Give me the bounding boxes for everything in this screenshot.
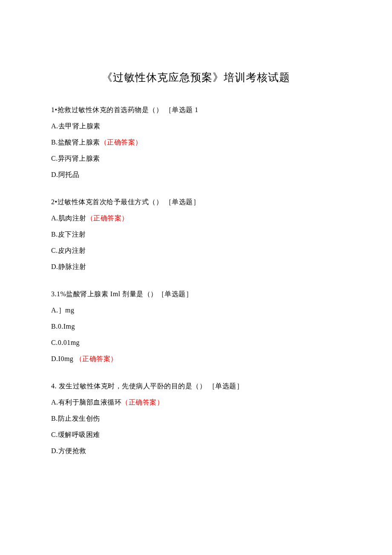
question-block-3: 3.1%盐酸肾上腺素 Iml 剂量是（）［单选题］ A.］mg B.0.Img …	[51, 289, 341, 364]
option-b: B.皮下注射	[51, 229, 341, 240]
question-block-2: 2•过敏性体克首次给予最佳方式（） ［单选题］ A.肌肉注射（正确答案） B.皮…	[51, 197, 341, 272]
option-c: C.异丙肾上腺素	[51, 153, 341, 164]
correct-answer-label: （正确答案）	[121, 399, 164, 406]
option-c: C.0.01mg	[51, 338, 341, 348]
question-stem: 1•抢救过敏性休克的首选药物是（） ［单选题 1	[51, 105, 341, 115]
document-title: 《过敏性休克应急预案》培训考核试题	[51, 70, 341, 84]
option-d: D.静脉注射	[51, 262, 341, 272]
question-block-4: 4. 发生过敏性体克时，先使病人平卧的目的是（） ［单选题］ A.有利于脑部血液…	[51, 381, 341, 456]
correct-answer-label: （正确答案）	[100, 139, 142, 146]
option-a: A.］mg	[51, 305, 341, 315]
option-b: B.防止发生创伤	[51, 413, 341, 424]
option-a: A.有利于脑部血液循环（正确答案）	[51, 397, 341, 408]
question-stem: 2•过敏性体克首次给予最佳方式（） ［单选题］	[51, 197, 341, 207]
option-b-text: B.盐酸肾上腺素	[51, 139, 100, 146]
correct-answer-label: （正确答案）	[86, 214, 129, 222]
question-stem: 3.1%盐酸肾上腺素 Iml 剂量是（）［单选题］	[51, 289, 341, 299]
correct-answer-label: （正确答案）	[75, 355, 118, 362]
option-a-text: A.有利于脑部血液循环	[51, 399, 121, 406]
option-d: D.方便抢救	[51, 446, 341, 456]
option-a: A.去甲肾上腺素	[51, 121, 341, 131]
option-d: D.I0mg （正确答案）	[51, 354, 341, 364]
question-stem: 4. 发生过敏性体克时，先使病人平卧的目的是（） ［单选题］	[51, 381, 341, 391]
option-a: A.肌肉注射（正确答案）	[51, 213, 341, 223]
option-b: B.0.Img	[51, 321, 341, 332]
option-b: B.盐酸肾上腺素（正确答案）	[51, 137, 341, 147]
option-d-text: D.I0mg	[51, 355, 75, 362]
option-c: C.缓解呼吸困难	[51, 430, 341, 440]
option-d: D.阿托品	[51, 170, 341, 180]
document-page: 《过敏性休克应急预案》培训考核试题 1•抢救过敏性休克的首选药物是（） ［单选题…	[0, 0, 392, 516]
option-a-text: A.肌肉注射	[51, 214, 86, 222]
question-block-1: 1•抢救过敏性休克的首选药物是（） ［单选题 1 A.去甲肾上腺素 B.盐酸肾上…	[51, 105, 341, 180]
option-c: C.皮内注射	[51, 246, 341, 256]
